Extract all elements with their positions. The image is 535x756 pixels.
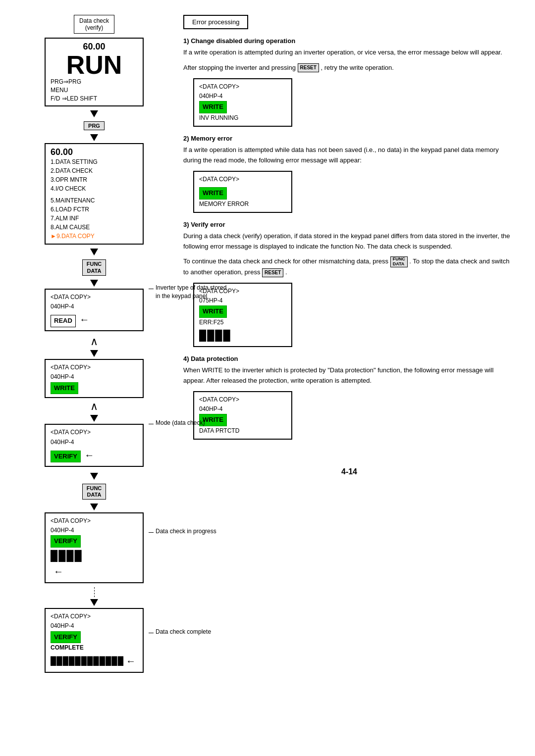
err4-model: 040HP-4 — [199, 404, 286, 414]
step5-model: 040HP-4 — [51, 621, 138, 631]
menu-item-1: 1.DATA SETTING — [51, 157, 138, 166]
progress-bars-full: ████████████ — [51, 655, 124, 667]
menu-item-8: 8.ALM CAUSE — [51, 223, 138, 232]
section-2-title: 2) Memory error — [183, 135, 515, 142]
err1-title: <DATA COPY> — [199, 82, 286, 92]
up-arrow-2: ∧ — [90, 401, 98, 412]
error-display-4: <DATA COPY> 040HP-4 WRITE DATA PRTCTD — [193, 391, 292, 440]
step4-title: <DATA COPY> — [51, 516, 138, 526]
section-1-title: 1) Change disabled during operation — [183, 37, 515, 45]
run-subtext: PRG⇒PRGMENUF/D ⇒LED SHIFT — [51, 78, 138, 102]
section-4: 4) Data protection When WRITE to the inv… — [183, 355, 515, 448]
func-data-button-2[interactable]: FUNC DATA — [82, 484, 107, 500]
arrow-down-3 — [90, 249, 98, 255]
err3-write-label: WRITE — [199, 305, 227, 318]
reset-button-2[interactable]: RESET — [262, 268, 283, 277]
err3-err: ERR:F25 — [199, 318, 286, 327]
read-label: READ — [51, 315, 76, 327]
err4-message: DATA PRTCTD — [199, 426, 286, 436]
complete-text: COMPLETE — [51, 643, 138, 653]
menu-item-4: 4.I/O CHECK — [51, 184, 138, 193]
arrow-down-2 — [90, 134, 98, 141]
step3-model: 040HP-4 — [51, 438, 138, 447]
error-display-2: <DATA COPY> WRITE MEMORY ERROR — [193, 171, 292, 213]
prg-button[interactable]: PRG — [84, 121, 105, 130]
menu-item-3: 3.OPR MNTR — [51, 175, 138, 184]
arrow-down-5 — [90, 350, 98, 357]
write-label-1: WRITE — [51, 382, 78, 395]
arrow-down-7 — [90, 473, 98, 480]
step3-title: <DATA COPY> — [51, 428, 138, 437]
menu-item-9: ►9.DATA COPY — [51, 232, 138, 241]
reset-button-1[interactable]: RESET — [298, 63, 319, 72]
verify-label-1: VERIFY — [51, 451, 81, 463]
section-2-body: If a write operation is attempted while … — [183, 145, 515, 166]
right-column: Error processing 1) Change disabled duri… — [183, 15, 515, 677]
menu-item-2: 2.DATA CHECK — [51, 166, 138, 175]
step2-model: 040HP-4 — [51, 372, 138, 382]
verify-label-3: VERIFY — [51, 631, 81, 644]
section-3-title: 3) Verify error — [183, 221, 515, 228]
left-column: Data check (verify) 60.00 RUN PRG⇒PRGMEN… — [20, 15, 168, 677]
step5-side-note: Data check complete — [149, 628, 228, 636]
step3-verify-box: <DATA COPY> 040HP-4 VERIFY ← — [45, 424, 144, 466]
run-display-box: 60.00 RUN PRG⇒PRGMENUF/D ⇒LED SHIFT — [45, 38, 144, 106]
arrow-down-9 — [90, 599, 98, 606]
step1-model: 040HP-4 — [51, 302, 138, 311]
err1-write-label: WRITE — [199, 101, 227, 113]
step4-model: 040HP-4 — [51, 526, 138, 535]
err1-model: 040HP-4 — [199, 92, 286, 101]
err1-message: INV RUNNING — [199, 113, 286, 123]
section-2: 2) Memory error If a write operation is … — [183, 135, 515, 221]
err2-title: <DATA COPY> — [199, 175, 286, 184]
up-arrow-1: ∧ — [90, 336, 98, 347]
err3-progress: ████ — [199, 327, 286, 343]
data-check-label: Data check (verify) — [74, 15, 114, 34]
step3-side-note: Mode (data check) — [149, 419, 228, 427]
error-display-1: <DATA COPY> 040HP-4 WRITE INV RUNNING — [193, 78, 292, 127]
section-1: 1) Change disabled during operation If a… — [183, 37, 515, 135]
section-4-body: When WRITE to the inverter which is prot… — [183, 365, 515, 386]
step1-side-note: Inverter type of data stored in the keyp… — [149, 284, 228, 301]
arrow-down-4 — [90, 280, 98, 287]
freq-display-2: 60.00 — [51, 147, 138, 157]
menu-item-6: 6.LOAD FCTR — [51, 205, 138, 214]
run-text: RUN — [51, 52, 138, 78]
verify-label-2: VERIFY — [51, 535, 81, 548]
arrow-down-6 — [90, 415, 98, 422]
step2-title: <DATA COPY> — [51, 363, 138, 372]
menu-display-box: 60.00 1.DATA SETTING 2.DATA CHECK 3.OPR … — [45, 143, 144, 245]
section-1-body1: If a write operation is attempted during… — [183, 48, 515, 58]
progress-bars-partial: ████ — [51, 548, 138, 563]
menu-item-7: 7.ALM INF — [51, 214, 138, 223]
step2-write-box: <DATA COPY> 040HP-4 WRITE — [45, 359, 144, 398]
err2-message: MEMORY ERROR — [199, 200, 286, 209]
section-3-body2: To continue the data check and check for… — [183, 256, 515, 278]
error-processing-header: Error processing — [183, 15, 248, 29]
arrow-down-8 — [90, 504, 98, 510]
err2-write-label: WRITE — [199, 187, 227, 200]
step4-side-note: Data check in progress — [149, 527, 228, 536]
dashed-line — [94, 587, 95, 597]
page-number: 4-14 — [183, 467, 515, 476]
func-data-button-1[interactable]: FUNC DATA — [82, 259, 107, 275]
err4-title: <DATA COPY> — [199, 395, 286, 404]
step1-title: <DATA COPY> — [51, 293, 138, 302]
step1-read-box: <DATA COPY> 040HP-4 READ ← — [45, 289, 144, 331]
arrow-down-1 — [90, 110, 98, 117]
section-4-title: 4) Data protection — [183, 355, 515, 362]
step5-title: <DATA COPY> — [51, 612, 138, 621]
section-1-body2: After stopping the inverter and pressing… — [183, 63, 515, 73]
section-3-body1: During a data check (verify) operation, … — [183, 231, 515, 252]
func-data-btn-inline[interactable]: FUNC DATA — [390, 256, 408, 267]
menu-item-5: 5.MAINTENANC — [51, 196, 138, 205]
step5-complete-box: <DATA COPY> 040HP-4 VERIFY COMPLETE ████… — [45, 608, 144, 672]
step4-verify-box: <DATA COPY> 040HP-4 VERIFY ████ ← — [45, 512, 144, 583]
section-3: 3) Verify error During a data check (ver… — [183, 221, 515, 355]
